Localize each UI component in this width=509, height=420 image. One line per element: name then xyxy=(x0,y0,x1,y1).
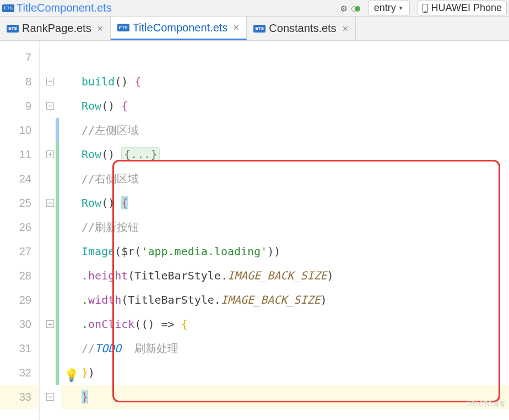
line-num: 11 xyxy=(0,142,39,166)
line-num: 32 xyxy=(0,360,39,385)
tab-label: Constants.ets xyxy=(269,22,336,35)
tab-label: TitleComponent.ets xyxy=(133,21,228,34)
current-file-name: TitleComponent.ets xyxy=(17,2,112,14)
line-num: 31 xyxy=(0,336,39,360)
tab-constants[interactable]: ETS Constants.ets ✕ xyxy=(247,17,355,40)
line-num: 30 xyxy=(0,312,39,336)
top-controls: entry ▼ HUAWEI Phone xyxy=(351,1,507,15)
top-toolbar: ETS TitleComponent.ets ⚙ entry ▼ HUAWEI … xyxy=(0,0,509,17)
fold-column: − − + − − − xyxy=(40,41,61,420)
line-num: 28 xyxy=(0,263,39,288)
code-content[interactable]: build() { Row() { //左侧区域 Row() {...} //右… xyxy=(61,41,509,420)
fold-handle[interactable]: − xyxy=(46,199,54,207)
gear-icon[interactable]: ⚙ xyxy=(341,2,347,14)
tab-label: RankPage.ets xyxy=(22,22,91,35)
line-num: 25 xyxy=(0,191,39,215)
status-dots xyxy=(351,2,360,14)
phone-icon xyxy=(423,4,428,13)
run-config-label: entry xyxy=(374,2,396,14)
close-icon[interactable]: ✕ xyxy=(342,24,349,33)
line-num: 10 xyxy=(0,118,39,142)
tab-titlecomponent[interactable]: ETS TitleComponent.ets ✕ xyxy=(111,17,247,40)
current-file: ETS TitleComponent.ets xyxy=(2,2,337,14)
code-editor[interactable]: 7 8 9 10 11 24 25 26 27 28 29 30 31 32 3… xyxy=(0,41,509,420)
fold-handle[interactable]: − xyxy=(46,78,54,85)
line-gutter: 7 8 9 10 11 24 25 26 27 28 29 30 31 32 3… xyxy=(0,41,40,420)
close-icon[interactable]: ✕ xyxy=(97,24,104,33)
ets-badge-icon: ETS xyxy=(117,24,129,31)
line-num: 26 xyxy=(0,215,39,239)
fold-handle[interactable]: − xyxy=(46,102,54,110)
line-num: 33 xyxy=(0,385,39,409)
run-config-dropdown[interactable]: entry ▼ xyxy=(368,1,410,15)
folded-region[interactable]: {...} xyxy=(121,147,160,161)
chevron-down-icon: ▼ xyxy=(398,5,404,11)
ets-badge-icon: ETS xyxy=(253,25,266,33)
watermark: ©51CTO博客 xyxy=(467,400,506,409)
line-num: 8 xyxy=(0,69,39,94)
fold-handle[interactable]: − xyxy=(46,393,54,401)
line-num: 24 xyxy=(0,166,39,191)
line-num: 29 xyxy=(0,288,39,312)
device-label: HUAWEI Phone xyxy=(431,2,502,14)
intention-bulb-icon[interactable]: 💡 xyxy=(64,368,79,382)
fold-handle[interactable]: − xyxy=(46,320,54,328)
line-num: 7 xyxy=(0,45,39,69)
tab-rankpage[interactable]: ETS RankPage.ets ✕ xyxy=(0,17,111,40)
editor-tabs: ETS RankPage.ets ✕ ETS TitleComponent.et… xyxy=(0,17,509,41)
line-num: 27 xyxy=(0,239,39,263)
fold-handle[interactable]: + xyxy=(46,150,54,158)
ets-badge-icon: ETS xyxy=(2,4,14,12)
line-num: 9 xyxy=(0,94,39,118)
device-selector[interactable]: HUAWEI Phone xyxy=(418,1,507,15)
close-icon[interactable]: ✕ xyxy=(233,23,240,32)
ets-badge-icon: ETS xyxy=(7,25,19,33)
